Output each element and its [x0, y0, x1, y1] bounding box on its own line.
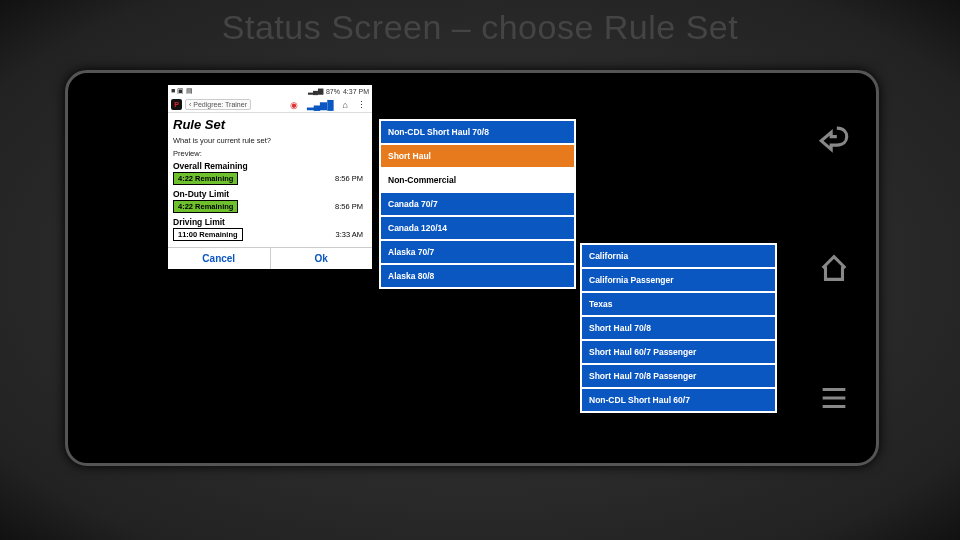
rule-option[interactable]: Non-Commercial [381, 169, 574, 193]
statusbar-left-icons: ■ ▣ ▤ [171, 87, 193, 95]
rule-option[interactable]: Alaska 70/7 [381, 241, 574, 265]
rule-option-selected[interactable]: Short Haul [381, 145, 574, 169]
phone-screen: ■ ▣ ▤ ▂▄▆ 87% 4:37 PM P ‹ Pedigree: Trai… [168, 85, 796, 451]
app-header: P ‹ Pedigree: Trainer ◉ ▂▄▆█ ⌂ ⋮ [168, 97, 372, 113]
breadcrumb[interactable]: ‹ Pedigree: Trainer [185, 99, 251, 110]
rule-option[interactable]: Non-CDL Short Haul 70/8 [381, 121, 574, 145]
rule-option[interactable]: Alaska 80/8 [381, 265, 574, 287]
rule-option[interactable]: Texas [582, 293, 775, 317]
battery-text: 87% [326, 88, 340, 95]
ruleset-list-1: Non-CDL Short Haul 70/8 Short Haul Non-C… [379, 119, 576, 289]
alert-icon[interactable]: ◉ [290, 100, 298, 110]
signal-icon: ▂▄▆ [308, 87, 323, 95]
phone-hw-buttons [806, 73, 862, 463]
metric-onduty-badge: 4:22 Remaining [173, 200, 238, 213]
metric-overall: Overall Remaining 4:22 Remaining 8:56 PM [168, 160, 372, 188]
android-statusbar: ■ ▣ ▤ ▂▄▆ 87% 4:37 PM [168, 85, 372, 97]
panel-title: Rule Set [168, 113, 372, 134]
metric-onduty: On-Duty Limit 4:22 Remaining 8:56 PM [168, 188, 372, 216]
rule-option[interactable]: Short Haul 60/7 Passenger [582, 341, 775, 365]
signal-bars-icon: ▂▄▆█ [307, 100, 334, 110]
metric-driving-time: 3:33 AM [335, 230, 363, 239]
phone-frame: ■ ▣ ▤ ▂▄▆ 87% 4:37 PM P ‹ Pedigree: Trai… [65, 70, 879, 466]
ok-button[interactable]: Ok [271, 248, 373, 269]
recent-apps-icon[interactable] [817, 381, 851, 415]
metric-onduty-time: 8:56 PM [335, 202, 363, 211]
ruleset-panel: ■ ▣ ▤ ▂▄▆ 87% 4:37 PM P ‹ Pedigree: Trai… [168, 85, 372, 269]
rule-option[interactable]: Canada 120/14 [381, 217, 574, 241]
metric-overall-name: Overall Remaining [173, 161, 367, 171]
back-icon[interactable] [817, 121, 851, 155]
metric-overall-badge: 4:22 Remaining [173, 172, 238, 185]
ruleset-list-2: California California Passenger Texas Sh… [580, 243, 777, 413]
metric-driving: Driving Limit 11:00 Remaining 3:33 AM [168, 216, 372, 244]
cancel-button[interactable]: Cancel [168, 248, 271, 269]
rule-option[interactable]: Canada 70/7 [381, 193, 574, 217]
app-logo-icon: P [171, 99, 182, 110]
metric-driving-name: Driving Limit [173, 217, 367, 227]
preview-label: Preview: [168, 147, 372, 160]
rule-option[interactable]: Short Haul 70/8 Passenger [582, 365, 775, 389]
slide-title: Status Screen – choose Rule Set [0, 0, 960, 47]
home-icon[interactable]: ⌂ [343, 100, 348, 110]
rule-option[interactable]: Short Haul 70/8 [582, 317, 775, 341]
metric-overall-time: 8:56 PM [335, 174, 363, 183]
metric-onduty-name: On-Duty Limit [173, 189, 367, 199]
rule-option[interactable]: California [582, 245, 775, 269]
panel-question: What is your current rule set? [168, 134, 372, 147]
home-hw-icon[interactable] [817, 251, 851, 285]
clock: 4:37 PM [343, 88, 369, 95]
rule-option[interactable]: California Passenger [582, 269, 775, 293]
kebab-menu-icon[interactable]: ⋮ [357, 100, 366, 110]
rule-option[interactable]: Non-CDL Short Haul 60/7 [582, 389, 775, 411]
metric-driving-badge: 11:00 Remaining [173, 228, 243, 241]
